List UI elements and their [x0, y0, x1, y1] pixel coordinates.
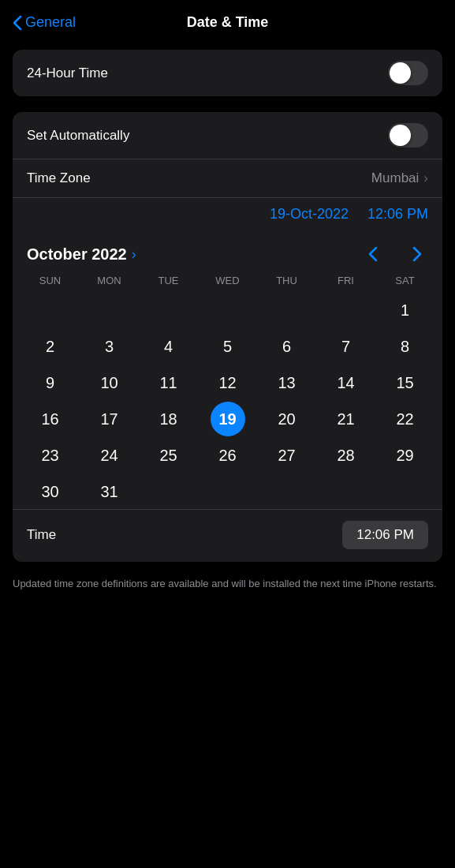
time-row: Time 12:06 PM — [13, 509, 442, 562]
cal-day[interactable]: 26 — [211, 438, 245, 473]
cal-day-empty — [329, 293, 364, 327]
cal-day-empty — [388, 474, 423, 509]
cal-day[interactable]: 18 — [151, 402, 186, 436]
cal-day-empty — [270, 293, 304, 327]
cal-day[interactable]: 27 — [270, 438, 304, 473]
next-month-button[interactable] — [406, 243, 428, 265]
cal-day[interactable]: 29 — [388, 438, 423, 473]
cal-day[interactable]: 11 — [151, 365, 186, 400]
back-chevron-icon — [13, 15, 22, 31]
dow-mon: MON — [80, 271, 139, 290]
cal-day[interactable]: 12 — [211, 365, 245, 400]
cal-day[interactable]: 1 — [388, 293, 423, 327]
cal-day[interactable]: 9 — [33, 365, 68, 400]
cal-day[interactable]: 30 — [33, 474, 68, 509]
cal-day[interactable]: 24 — [92, 438, 127, 473]
timezone-value-group: Mumbai › — [371, 170, 428, 186]
toggle-thumb — [390, 62, 411, 84]
hour-time-toggle[interactable] — [388, 61, 428, 85]
calendar-grid: 1 2 3 4 5 6 7 8 9 10 11 12 13 14 15 16 1… — [13, 293, 442, 509]
next-month-icon — [412, 246, 422, 262]
cal-day[interactable]: 16 — [33, 402, 68, 436]
cal-day[interactable]: 22 — [388, 402, 423, 436]
prev-month-icon — [368, 246, 378, 262]
cal-day-empty — [211, 474, 245, 509]
hour-time-card: 24-Hour Time — [13, 50, 442, 96]
timezone-value: Mumbai — [371, 170, 419, 186]
time-value: 12:06 PM — [356, 527, 414, 542]
time-label: Time — [27, 527, 56, 543]
footer-note-text: Updated time zone definitions are availa… — [13, 578, 437, 589]
days-of-week: SUN MON TUE WED THU FRI SAT — [13, 271, 442, 290]
cal-day[interactable]: 23 — [33, 438, 68, 473]
cal-day[interactable]: 21 — [329, 402, 364, 436]
dow-thu: THU — [257, 271, 316, 290]
cal-day[interactable]: 3 — [92, 329, 127, 364]
toggle-thumb-2 — [390, 125, 411, 146]
back-label: General — [25, 14, 76, 31]
cal-day[interactable]: 28 — [329, 438, 364, 473]
set-auto-row: Set Automatically — [13, 112, 442, 159]
cal-day[interactable]: 17 — [92, 402, 127, 436]
timezone-label: Time Zone — [27, 170, 91, 186]
timezone-chevron-icon: › — [423, 170, 428, 186]
set-auto-toggle[interactable] — [388, 123, 428, 148]
cal-day[interactable]: 8 — [388, 329, 423, 364]
cal-day[interactable]: 4 — [151, 329, 186, 364]
dow-sat: SAT — [375, 271, 434, 290]
calendar-nav — [362, 243, 428, 265]
time-value-button[interactable]: 12:06 PM — [342, 521, 428, 549]
hour-time-label: 24-Hour Time — [27, 65, 108, 81]
cal-day-empty — [33, 293, 68, 327]
cal-day[interactable]: 31 — [92, 474, 127, 509]
cal-day-empty — [329, 474, 364, 509]
cal-day[interactable]: 5 — [211, 329, 245, 364]
timezone-row[interactable]: Time Zone Mumbai › — [13, 159, 442, 197]
dow-wed: WED — [198, 271, 257, 290]
cal-day[interactable]: 13 — [270, 365, 304, 400]
header: General Date & Time — [0, 0, 455, 42]
month-year-button[interactable]: October 2022 › — [27, 245, 136, 264]
set-auto-label: Set Automatically — [27, 128, 129, 144]
cal-day[interactable]: 10 — [92, 365, 127, 400]
cal-day-empty — [151, 293, 186, 327]
back-button[interactable]: General — [13, 14, 76, 31]
datetime-display-row: 19-Oct-2022 12:06 PM — [13, 197, 442, 232]
cal-day-empty — [151, 474, 186, 509]
hour-time-row: 24-Hour Time — [13, 50, 442, 96]
page-title: Date & Time — [187, 14, 269, 31]
dow-sun: SUN — [21, 271, 80, 290]
cal-day[interactable]: 6 — [270, 329, 304, 364]
cal-day-empty — [270, 474, 304, 509]
cal-day[interactable]: 15 — [388, 365, 423, 400]
cal-day[interactable]: 7 — [329, 329, 364, 364]
date-display[interactable]: 19-Oct-2022 — [270, 206, 349, 223]
cal-day-empty — [92, 293, 127, 327]
cal-day-selected[interactable]: 19 — [211, 402, 245, 436]
cal-day[interactable]: 25 — [151, 438, 186, 473]
month-expand-icon: › — [132, 246, 136, 263]
calendar-header: October 2022 › — [13, 232, 442, 271]
cal-day[interactable]: 14 — [329, 365, 364, 400]
footer-note: Updated time zone definitions are availa… — [13, 576, 442, 592]
cal-day[interactable]: 20 — [270, 402, 304, 436]
datetime-card: Set Automatically Time Zone Mumbai › 19-… — [13, 112, 442, 562]
dow-tue: TUE — [139, 271, 198, 290]
cal-day-empty — [211, 293, 245, 327]
cal-day[interactable]: 2 — [33, 329, 68, 364]
time-display[interactable]: 12:06 PM — [367, 206, 428, 223]
prev-month-button[interactable] — [362, 243, 384, 265]
month-year-text: October 2022 — [27, 245, 127, 264]
dow-fri: FRI — [316, 271, 375, 290]
